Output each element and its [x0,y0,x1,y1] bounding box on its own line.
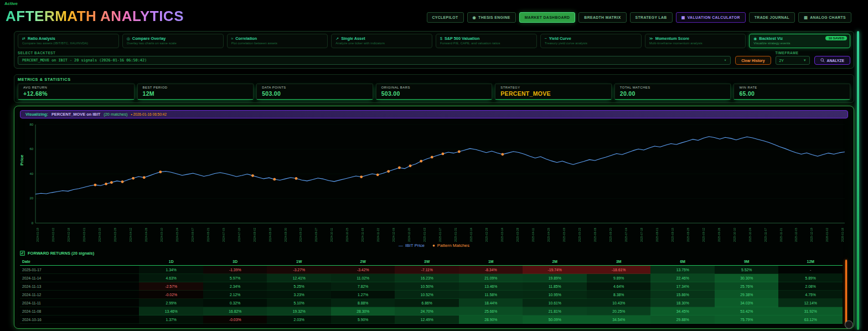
return-cell: 19.89% [523,274,587,282]
backtest-select[interactable]: PERCENT_MOVE on IBIT - 20 signals (2026-… [18,56,731,65]
momentum-icon: ≫ [649,37,653,41]
x-tick-label: 2024-08-16 [269,227,272,242]
return-cell: -3.42% [331,266,395,274]
trend-icon: ↗ [335,37,339,41]
return-cell: 5.10% [267,299,331,307]
return-cell: 75.79% [715,316,779,324]
x-tick-label: 2026-01-16 [841,227,844,242]
table-row[interactable]: 2024-11-13-2.57%2.34%5.25%7.82%10.50%13.… [20,282,843,291]
checkbox-icon[interactable]: ✓ [20,251,25,256]
x-tick-label: 2025-09-12 [702,227,705,242]
return-cell: 10.50% [395,282,459,291]
return-cell: 5.25% [267,282,331,291]
table-row[interactable]: 2024-11-12-0.02%2.12%3.23%1.27%10.52%11.… [20,291,843,299]
metric-label: WIN RATE [739,86,845,89]
nav-cyclepilot[interactable]: CYCLEPILOT [427,12,464,23]
tool-card-subtitle: Analyze one ticker with indicators [335,42,428,45]
ratio-icon: ⇄ [22,37,25,41]
nav-label: TRADE JOURNAL [755,15,789,19]
metric-value: +12.68% [23,90,129,97]
return-cell: 50.09% [523,316,587,324]
return-cell: 13.46% [459,282,523,291]
x-tick-label: 2024-04-26 [145,227,148,242]
metric-value: 503.00 [381,90,487,97]
tool-card-subtitle: Forward P/E, CAPE, and valuation ratios [440,42,533,45]
tool-card-correlation[interactable]: ≈CorrelationPlot correlation between ass… [227,34,328,48]
tool-card-backtest-viz[interactable]: ◉Backtest VizVisualize strategy events10… [749,34,850,48]
return-cell: 12.49% [395,316,459,324]
metric-cards: AVG RETURN+12.68%BEST PERIOD12MDATA POIN… [18,84,850,100]
return-cell: 28.30% [331,307,395,316]
tool-card-s-p-500-valuation[interactable]: $S&P 500 ValuationForward P/E, CAPE, and… [436,34,537,48]
tool-card-single-asset[interactable]: ↗Single AssetAnalyze one ticker with ind… [331,34,432,48]
analog-charts-icon: ▤ [804,15,808,20]
chart-legend: — IBIT Price ● Pattern Matches [20,242,848,249]
nav-market-dashboard[interactable]: MARKET DASHBOARD [519,12,576,23]
x-tick-label: 2025-10-24 [749,227,752,242]
nav-thesis-engine[interactable]: ◉THESIS ENGINE [467,12,516,23]
timeframe-select[interactable]: 2Y ▾ [776,56,810,65]
nav-strategy-lab[interactable]: STRATEGY LAB [630,12,673,23]
x-tick-label: 2024-01-19 [37,227,39,242]
metric-best-period: BEST PERIOD12M [137,84,254,100]
table-row[interactable]: 2024-11-144.63%5.97%12.41%11.02%16.23%21… [20,274,843,282]
svg-text:40: 40 [29,172,33,175]
x-tick-label: 2025-07-18 [640,227,643,242]
column-header-date: Date [20,258,139,266]
nav-analog-charts[interactable]: ▤ANALOG CHARTS [798,12,851,23]
table-row[interactable]: 2025-01-171.34%-1.39%-3.27%-3.42%-7.11%-… [20,266,843,274]
x-tick-label: 2024-10-11 [330,227,333,242]
tool-card-yield-curve[interactable]: ~Yield CurveTreasury yield curve analysi… [540,34,642,48]
svg-text:60: 60 [29,147,33,151]
table-row[interactable]: 2024-11-0813.46%16.82%19.32%28.30%24.70%… [20,307,843,316]
x-tick-label: 2024-09-13 [299,227,302,242]
x-tick-label: 2026-01-02 [826,227,829,242]
nav-label: CYCLEPILOT [432,15,458,19]
table-row[interactable]: 2024-11-112.99%0.32%5.10%8.88%6.86%18.44… [20,299,843,307]
table-scrollbar[interactable] [845,260,847,325]
return-cell: 18.30% [650,299,715,307]
timeframe-label: TIMEFRAME [776,51,810,55]
return-cell: 34.03% [715,299,779,307]
legend-ibit-price: — IBIT Price [399,243,425,248]
return-cell: -7.11% [395,266,459,274]
metrics-heading: METRICS & STATISTICS [18,77,850,82]
return-cell: 21.09% [459,274,523,282]
tool-cards: ⇄Ratio AnalysisCompare two assets (IBIT/… [18,34,850,48]
metric-label: ORIGINAL BARS [381,86,487,89]
analyze-button[interactable]: ANALYZE [814,56,850,65]
viz-timestamp: • 2026-01-16 06:50:42 [131,112,166,116]
page-scrollbar[interactable] [857,31,859,330]
return-cell: 25.66% [459,307,523,316]
svg-text:80: 80 [29,123,33,126]
nav-valuation-calculator[interactable]: ▦VALUATION CALCULATOR [676,12,746,23]
column-header-12m: 12M [778,258,843,266]
nav-trade-journal[interactable]: TRADE JOURNAL [749,12,795,23]
nav-label: BREADTH MATRIX [584,15,621,19]
x-tick-label: 2025-03-14 [501,227,504,242]
return-cell: -3.27% [267,266,331,274]
return-cell: 34.54% [587,316,651,324]
tool-card-momentum-score[interactable]: ≫Momentum ScoreMulti-timeframe momentum … [645,34,746,48]
tool-card-subtitle: Multi-timeframe momentum analysis [649,42,742,45]
table-row[interactable]: 2024-10-161.37%-0.03%2.03%5.90%12.49%28.… [20,316,843,324]
signal-date: 2024-11-11 [20,299,139,307]
clear-history-button[interactable]: Clear History [735,56,771,65]
x-tick-label: 2025-09-26 [718,227,721,242]
metric-value: 12M [143,90,249,97]
metric-value: 20.00 [620,90,726,97]
ibit-price-chart[interactable]: 020406080 [20,121,848,226]
select-backtest-label: SELECT BACKTEST [18,51,731,55]
x-tick-label: 2024-03-01 [83,227,86,242]
tool-card-compare-overlay[interactable]: ◎Compare OverlayOverlay two charts on sa… [122,34,224,48]
return-cell: 34.45% [650,307,715,316]
return-cell: 10.52% [395,291,459,299]
tool-card-ratio-analysis[interactable]: ⇄Ratio AnalysisCompare two assets (IBIT/… [18,34,119,48]
x-tick-label: 2024-06-21 [207,227,210,242]
nav-breadth-matrix[interactable]: BREADTH MATRIX [578,12,626,23]
dev-indicator[interactable] [845,320,853,329]
chevron-down-icon: ▾ [804,58,806,63]
return-cell: 53.42% [715,307,779,316]
return-cell: 30.30% [715,274,779,282]
column-header-1m: 1M [459,258,523,266]
